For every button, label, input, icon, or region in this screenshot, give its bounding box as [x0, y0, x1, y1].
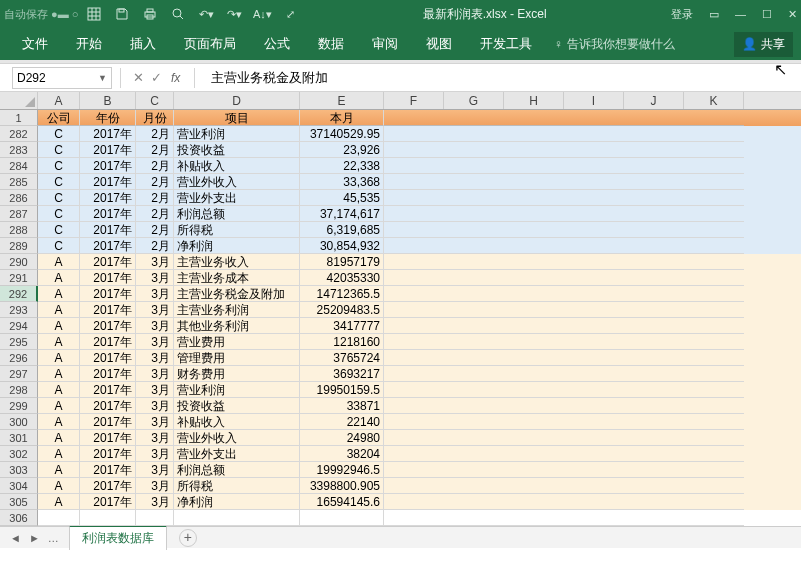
cell-empty[interactable] [384, 270, 744, 286]
cell-empty[interactable] [384, 334, 744, 350]
cell[interactable]: 3月 [136, 318, 174, 334]
cell[interactable]: A [38, 494, 80, 510]
cell[interactable]: 3693217 [300, 366, 384, 382]
tab-insert[interactable]: 插入 [116, 28, 170, 60]
cell-empty[interactable] [384, 158, 744, 174]
cell[interactable]: 投资收益 [174, 142, 300, 158]
cell[interactable]: A [38, 334, 80, 350]
cell[interactable]: 37,174,617 [300, 206, 384, 222]
cell[interactable]: A [38, 398, 80, 414]
cell[interactable]: 营业外收入 [174, 174, 300, 190]
cell[interactable]: A [38, 302, 80, 318]
cell[interactable]: 营业费用 [174, 334, 300, 350]
row-header[interactable]: 293 [0, 302, 38, 318]
cell[interactable]: 2017年 [80, 222, 136, 238]
cell[interactable]: 净利润 [174, 238, 300, 254]
cell[interactable]: C [38, 222, 80, 238]
cell[interactable]: A [38, 254, 80, 270]
row-header[interactable]: 305 [0, 494, 38, 510]
cell[interactable]: 利润总额 [174, 206, 300, 222]
cell[interactable]: A [38, 430, 80, 446]
cell[interactable]: 30,854,932 [300, 238, 384, 254]
name-box[interactable]: D292 ▼ [12, 67, 112, 89]
undo-icon[interactable]: ↶▾ [198, 6, 214, 22]
tab-developer[interactable]: 开发工具 [466, 28, 546, 60]
row-header[interactable]: 1 [0, 110, 38, 126]
row-header[interactable]: 289 [0, 238, 38, 254]
col-header-i[interactable]: I [564, 92, 624, 109]
row-header[interactable]: 297 [0, 366, 38, 382]
cell[interactable]: 37140529.95 [300, 126, 384, 142]
cell[interactable]: 3月 [136, 430, 174, 446]
nav-next-icon[interactable]: ► [27, 532, 42, 544]
cell[interactable]: 2月 [136, 206, 174, 222]
cell[interactable]: 3月 [136, 254, 174, 270]
cell[interactable]: 3月 [136, 414, 174, 430]
close-icon[interactable]: ✕ [788, 8, 797, 21]
cell-empty[interactable] [384, 478, 744, 494]
cell[interactable]: 年份 [80, 110, 136, 126]
cell[interactable]: 营业利润 [174, 382, 300, 398]
tab-data[interactable]: 数据 [304, 28, 358, 60]
chevron-down-icon[interactable]: ▼ [98, 73, 107, 83]
cell[interactable]: A [38, 350, 80, 366]
cell[interactable]: A [38, 318, 80, 334]
cell[interactable]: 33,368 [300, 174, 384, 190]
cell[interactable]: A [38, 446, 80, 462]
cell[interactable]: 25209483.5 [300, 302, 384, 318]
cell-empty[interactable] [384, 494, 744, 510]
cell[interactable]: 45,535 [300, 190, 384, 206]
cell[interactable]: 2月 [136, 238, 174, 254]
col-header-e[interactable]: E [300, 92, 384, 109]
row-header[interactable]: 294 [0, 318, 38, 334]
cell[interactable]: 公司 [38, 110, 80, 126]
cell[interactable]: 3月 [136, 446, 174, 462]
cell[interactable]: 投资收益 [174, 398, 300, 414]
cell[interactable]: 月份 [136, 110, 174, 126]
row-header[interactable]: 292 [0, 286, 38, 302]
share-button[interactable]: 👤共享 [734, 32, 793, 57]
row-header[interactable]: 286 [0, 190, 38, 206]
cell[interactable]: 本月 [300, 110, 384, 126]
cell[interactable]: 19992946.5 [300, 462, 384, 478]
cell[interactable] [136, 510, 174, 526]
row-header[interactable]: 299 [0, 398, 38, 414]
cell-empty[interactable] [384, 190, 744, 206]
row-header[interactable]: 302 [0, 446, 38, 462]
cell-empty[interactable] [384, 430, 744, 446]
cell[interactable]: 14712365.5 [300, 286, 384, 302]
row-header[interactable]: 306 [0, 510, 38, 526]
cell-empty[interactable] [384, 110, 744, 126]
cell[interactable]: 项目 [174, 110, 300, 126]
cell[interactable]: A [38, 462, 80, 478]
col-header-h[interactable]: H [504, 92, 564, 109]
cell[interactable]: 2017年 [80, 126, 136, 142]
cell[interactable]: C [38, 126, 80, 142]
maximize-icon[interactable]: ☐ [762, 8, 772, 21]
cell[interactable]: 2017年 [80, 174, 136, 190]
cell[interactable]: 营业外支出 [174, 446, 300, 462]
row-header[interactable]: 295 [0, 334, 38, 350]
cell[interactable]: 2017年 [80, 158, 136, 174]
cell[interactable]: 2月 [136, 142, 174, 158]
cell[interactable]: A [38, 382, 80, 398]
cell[interactable]: 3月 [136, 302, 174, 318]
cell-empty[interactable] [384, 350, 744, 366]
cell[interactable]: 财务费用 [174, 366, 300, 382]
row-header[interactable]: 291 [0, 270, 38, 286]
cell-empty[interactable] [384, 142, 744, 158]
cell-empty[interactable] [384, 398, 744, 414]
row-header[interactable]: 300 [0, 414, 38, 430]
cell[interactable]: 所得税 [174, 478, 300, 494]
cell-empty[interactable] [384, 318, 744, 334]
col-header-g[interactable]: G [444, 92, 504, 109]
cell[interactable]: 营业外支出 [174, 190, 300, 206]
cell[interactable]: 2017年 [80, 430, 136, 446]
cell[interactable]: 22140 [300, 414, 384, 430]
nav-prev-icon[interactable]: ◄ [8, 532, 23, 544]
cell[interactable]: 2月 [136, 126, 174, 142]
cell-empty[interactable] [384, 222, 744, 238]
tab-pagelayout[interactable]: 页面布局 [170, 28, 250, 60]
select-all-corner[interactable] [0, 92, 38, 109]
cell[interactable]: 2017年 [80, 494, 136, 510]
